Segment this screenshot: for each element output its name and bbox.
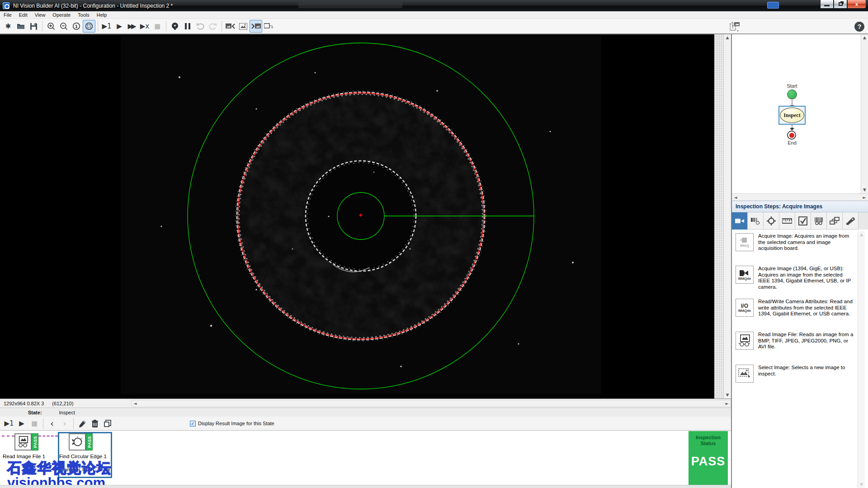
step-palette-tabs [732,212,868,230]
inspection-steps-header: Inspection Steps: Acquire Images [732,201,868,212]
state-toolbar: ▶1 ▶ ■ ‹ › ✓ Display Result Image for th… [0,417,731,430]
title-bar[interactable]: NI Vision Builder AI (32-bit) - Configur… [0,0,868,11]
minimize-button[interactable] [820,0,834,9]
menu-tools[interactable]: Tools [74,12,93,18]
menu-edit[interactable]: Edit [15,12,31,18]
undo-icon[interactable] [194,20,207,33]
run-inspection-icon[interactable]: ▶ [113,20,126,33]
list-item-select-image[interactable]: Select Image: Selects a new image to ins… [736,365,854,383]
zoom-to-fit-icon[interactable] [83,20,95,33]
end-label: End [774,140,810,145]
window-title: NI Vision Builder AI (32-bit) - Configur… [13,3,173,9]
inspection-status-label: Inspection Status [693,435,724,446]
display-result-image-option[interactable]: ✓ Display Result Image for this State [190,421,274,427]
start-node[interactable] [787,89,797,99]
run-until-fail-icon[interactable]: ▶x [138,20,151,33]
help-icon[interactable]: ? [854,22,864,32]
tab-locate-features-icon[interactable] [764,212,779,230]
menu-file[interactable]: File [0,12,15,18]
diagram-vertical-scrollbar[interactable]: ▲ ▼ [861,34,868,193]
menu-help[interactable]: Help [93,12,111,18]
state-step-flow: PASS Read Image File 1 PASS Find Circula… [0,430,731,488]
background-window-artifact [767,2,779,9]
flow-horizontal-scrollbar[interactable] [0,485,731,488]
inspection-status-panel: Inspection Status PASS [689,431,728,485]
inspect-state-node[interactable]: Inspect [780,108,804,123]
inspection-image [121,37,601,394]
tab-check-presence-icon[interactable] [795,212,811,230]
step-list: IMAQ Acquire Image: Acquires an image fr… [732,231,858,488]
imaqdx-camera-icon: IMAQdx [736,266,754,284]
run-continuous-icon[interactable]: ▶▶ [126,20,138,33]
tab-identify-parts-icon[interactable] [811,212,827,230]
tab-acquire-images-icon[interactable] [732,212,748,230]
tab-measure-features-icon[interactable] [779,212,795,230]
end-node[interactable] [787,131,796,140]
list-item-camera-attributes[interactable]: I/O IMAQdx Read/Write Camera Attributes:… [736,299,854,317]
previous-image-icon[interactable] [224,20,237,33]
canvas-vertical-scrollbar[interactable]: ▲ ▼ [723,34,731,399]
light-bulb-icon[interactable] [169,20,181,33]
run-once-icon[interactable]: ▶1 [100,20,113,33]
stop-state-icon[interactable]: ■ [28,417,41,430]
vision-builder-window: NI Vision Builder AI (32-bit) - Configur… [0,0,868,488]
zoom-in-icon[interactable] [45,20,57,33]
flow-step-find-circular-edge[interactable] [69,433,86,450]
menu-bar: File Edit View Operate Tools Help [0,11,868,19]
image-options-icon[interactable] [262,20,275,33]
canvas-edge-pattern [714,34,723,399]
next-image-icon[interactable] [250,20,262,33]
zoom-out-icon[interactable] [57,20,70,33]
select-image-icon [736,365,754,383]
state-value[interactable]: Inspect [42,410,75,415]
io-attributes-icon: I/O IMAQdx [736,299,754,317]
save-icon[interactable] [27,20,40,33]
state-diagram[interactable]: Start Inspect End ▲ ▼ ◄ ► [732,34,861,193]
tab-enhance-images-icon[interactable] [748,212,764,230]
toggle-view-icon[interactable] [729,20,741,33]
diagram-horizontal-scrollbar[interactable]: ◄ ► [732,193,868,201]
open-folder-icon[interactable] [14,20,27,33]
forward-icon[interactable]: › [58,417,71,430]
flow-connector [38,436,58,436]
flow-connector [2,436,14,436]
step-list-scrollbar[interactable]: ▲ ▼ [858,231,865,488]
image-display-icon[interactable] [237,20,250,33]
stop-icon[interactable]: ■ [151,20,164,33]
copy-step-icon[interactable] [101,417,114,430]
back-icon[interactable]: ‹ [46,417,58,430]
pause-icon[interactable] [181,20,194,33]
state-bar: State: Inspect [0,408,731,417]
run-state-once-icon[interactable]: ▶1 [3,417,15,430]
menu-operate[interactable]: Operate [49,12,74,18]
edit-step-icon[interactable] [76,417,89,430]
new-inspection-icon[interactable]: ✱ [2,20,14,33]
start-label: Start [774,83,810,89]
list-item-acquire-image-dx[interactable]: IMAQdx Acquire Image (1394, GigE, or USB… [736,266,854,290]
inspection-status-value: PASS [691,455,726,469]
step1-status-badge: PASS [32,433,38,450]
tab-additional-tools-icon[interactable] [843,212,859,230]
image-resolution-zoom: 1292x964 0.82X 3 [0,401,44,406]
read-image-file-icon [736,332,754,350]
redo-icon[interactable] [207,20,219,33]
delete-step-icon[interactable] [89,417,101,430]
cursor-position: (612,210) [44,401,73,406]
tab-communicate-icon[interactable] [827,212,843,230]
canvas-horizontal-scrollbar[interactable]: ◄ ► [131,400,731,407]
imaq-camera-icon: IMAQ [736,233,754,251]
list-item-read-image-file[interactable]: Read Image File: Reads an image from a B… [736,332,854,350]
close-button[interactable]: x [847,0,866,9]
list-item-acquire-image[interactable]: IMAQ Acquire Image: Acquires an image fr… [736,233,854,252]
zoom-1to1-icon[interactable]: 1 [70,20,83,33]
image-display-canvas[interactable] [0,34,714,399]
image-status-bar: 1292x964 0.82X 3 (612,210) ◄ ► [0,399,731,408]
display-result-label: Display Result Image for this State [196,421,274,426]
run-state-icon[interactable]: ▶ [15,417,28,430]
menu-view[interactable]: View [31,12,49,18]
flow-step-read-image-file[interactable] [14,433,32,450]
restore-button[interactable] [834,0,847,9]
display-result-checkbox[interactable]: ✓ [190,421,196,427]
configuration-panel: Start Inspect End ▲ ▼ ◄ ► Inspection Ste… [732,34,868,488]
toolbar-right-group: ? [729,19,868,34]
